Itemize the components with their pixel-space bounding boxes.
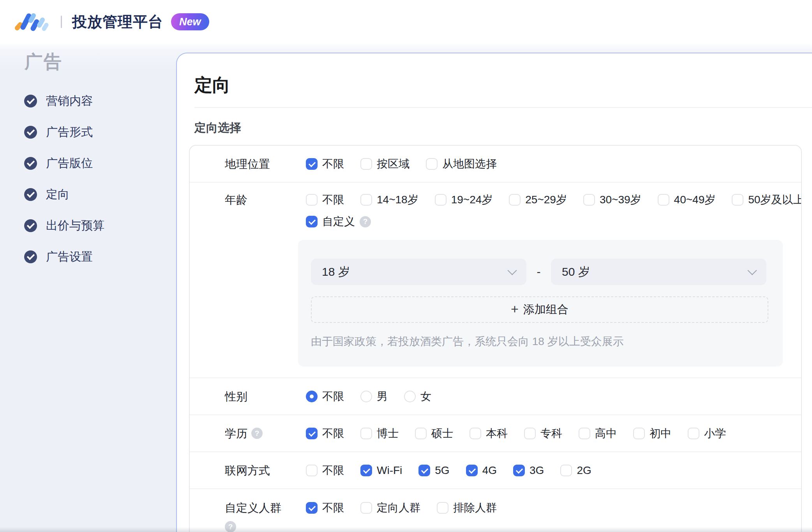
checkbox-option-custom[interactable]: 自定义 bbox=[306, 214, 371, 229]
checkbox-option[interactable]: 初中 bbox=[633, 426, 671, 441]
sidebar: 广告 营销内容 广告形式 广告版位 定向 出价与预算 广告设置 bbox=[0, 44, 176, 532]
add-combination-button[interactable]: 添加组合 bbox=[311, 296, 768, 323]
checkbox[interactable] bbox=[306, 216, 318, 227]
checkbox[interactable] bbox=[306, 502, 318, 514]
checkbox-option[interactable]: 40~49岁 bbox=[658, 192, 716, 207]
row-location-label: 地理位置 bbox=[225, 156, 306, 172]
checkbox-option[interactable]: 不限 bbox=[306, 463, 344, 478]
age-to-select[interactable]: 50 岁 bbox=[551, 259, 766, 285]
row-gender-label: 性别 bbox=[225, 389, 306, 404]
row-location: 地理位置 不限 按区域 从地图选择 bbox=[190, 146, 801, 182]
chevron-down-icon bbox=[507, 266, 517, 275]
checkbox-option[interactable]: 高中 bbox=[579, 426, 617, 441]
age-from-value: 18 岁 bbox=[322, 264, 350, 280]
checkbox[interactable] bbox=[633, 428, 645, 439]
checkbox-option[interactable]: 25~29岁 bbox=[509, 192, 567, 207]
checkbox[interactable] bbox=[360, 194, 372, 206]
radio-button[interactable] bbox=[404, 391, 416, 402]
checkbox[interactable] bbox=[524, 428, 536, 439]
age-options: 不限 14~18岁 19~24岁 25~29岁 30~39岁 40~49岁 50… bbox=[306, 192, 801, 208]
step-complete-check-icon bbox=[24, 250, 37, 263]
checkbox[interactable] bbox=[579, 428, 590, 439]
checkbox[interactable] bbox=[688, 428, 699, 439]
checkbox[interactable] bbox=[360, 502, 372, 514]
sidebar-nav-item[interactable]: 广告版位 bbox=[24, 155, 104, 171]
step-complete-check-icon bbox=[24, 157, 37, 170]
checkbox[interactable] bbox=[466, 465, 478, 476]
page-title: 定向 bbox=[194, 75, 812, 95]
sidebar-nav-item[interactable]: 定向 bbox=[24, 187, 104, 202]
checkbox-option[interactable]: 不限 bbox=[306, 500, 344, 515]
row-age-label: 年龄 bbox=[225, 192, 306, 208]
help-icon[interactable] bbox=[225, 521, 236, 532]
row-network-label: 联网方式 bbox=[225, 463, 306, 478]
checkbox[interactable] bbox=[360, 158, 372, 170]
add-combination-label: 添加组合 bbox=[523, 302, 568, 317]
checkbox[interactable] bbox=[732, 194, 743, 206]
checkbox[interactable] bbox=[560, 465, 572, 476]
step-complete-check-icon bbox=[24, 188, 37, 201]
checkbox[interactable] bbox=[360, 428, 372, 439]
checkbox[interactable] bbox=[415, 428, 427, 439]
checkbox[interactable] bbox=[435, 194, 447, 206]
brand-logo-icon bbox=[14, 12, 50, 31]
checkbox-option[interactable]: 2G bbox=[560, 464, 591, 477]
sidebar-nav-item[interactable]: 出价与预算 bbox=[24, 218, 104, 233]
sidebar-nav-item[interactable]: 广告设置 bbox=[24, 249, 104, 264]
checkbox-option[interactable]: 博士 bbox=[360, 426, 399, 441]
checkbox-option[interactable]: 排除人群 bbox=[437, 500, 497, 515]
radio-option[interactable]: 不限 bbox=[306, 389, 344, 404]
checkbox[interactable] bbox=[306, 194, 318, 206]
help-icon[interactable] bbox=[251, 428, 263, 439]
education-options: 不限 博士 硕士 本科 专科 高中 初中 小学 bbox=[306, 426, 801, 441]
checkbox-option[interactable]: 4G bbox=[466, 464, 497, 477]
checkbox-option[interactable]: 不限 bbox=[306, 192, 344, 207]
checkbox[interactable] bbox=[470, 428, 481, 439]
checkbox-option[interactable]: 小学 bbox=[688, 426, 726, 441]
sidebar-heading: 广告 bbox=[25, 50, 63, 74]
checkbox-option[interactable]: 50岁及以上 bbox=[732, 192, 802, 207]
checkbox-option[interactable]: 从地图选择 bbox=[426, 157, 497, 171]
row-age: 年龄 不限 14~18岁 19~24岁 25~29岁 30~39岁 40~49岁… bbox=[190, 183, 801, 377]
app-title: 投放管理平台 bbox=[72, 12, 163, 32]
checkbox-option[interactable]: 不限 bbox=[306, 426, 344, 441]
checkbox[interactable] bbox=[509, 194, 521, 206]
checkbox-option[interactable]: 14~18岁 bbox=[360, 192, 418, 207]
checkbox[interactable] bbox=[360, 465, 372, 476]
checkbox[interactable] bbox=[306, 465, 318, 476]
checkbox[interactable] bbox=[583, 194, 595, 206]
checkbox[interactable] bbox=[306, 428, 318, 439]
targeting-form: 地理位置 不限 按区域 从地图选择 年龄 不限 14~18岁 19~24岁 bbox=[189, 145, 802, 532]
checkbox-option[interactable]: 定向人群 bbox=[360, 500, 420, 515]
checkbox[interactable] bbox=[418, 465, 430, 476]
sidebar-nav-item[interactable]: 广告形式 bbox=[24, 124, 104, 140]
checkbox-option[interactable]: Wi-Fi bbox=[360, 464, 402, 477]
checkbox-option[interactable]: 19~24岁 bbox=[435, 192, 493, 207]
checkbox[interactable] bbox=[306, 158, 318, 170]
checkbox-option[interactable]: 5G bbox=[418, 464, 449, 477]
checkbox[interactable] bbox=[426, 158, 438, 170]
checkbox[interactable] bbox=[658, 194, 669, 206]
new-badge: New bbox=[171, 13, 209, 30]
radio-button[interactable] bbox=[306, 391, 318, 402]
checkbox-option[interactable]: 30~39岁 bbox=[583, 192, 641, 207]
row-audience: 自定义人群 不限 定向人群 排除人群 bbox=[190, 489, 801, 532]
checkbox-option[interactable]: 专科 bbox=[524, 426, 562, 441]
app-header: 投放管理平台 New bbox=[0, 0, 812, 44]
radio-option[interactable]: 男 bbox=[360, 389, 388, 404]
checkbox[interactable] bbox=[437, 502, 448, 514]
plus-icon bbox=[511, 303, 519, 316]
checkbox-option[interactable]: 本科 bbox=[470, 426, 508, 441]
row-education: 学历 不限 博士 硕士 本科 专科 高中 初中 小学 bbox=[190, 415, 801, 451]
checkbox[interactable] bbox=[513, 465, 525, 476]
age-from-select[interactable]: 18 岁 bbox=[311, 259, 526, 285]
step-complete-check-icon bbox=[24, 95, 37, 107]
radio-button[interactable] bbox=[360, 391, 372, 402]
help-icon[interactable] bbox=[360, 216, 371, 227]
checkbox-option[interactable]: 不限 bbox=[306, 157, 344, 171]
radio-option[interactable]: 女 bbox=[404, 389, 431, 404]
checkbox-option[interactable]: 3G bbox=[513, 464, 544, 477]
checkbox-option[interactable]: 按区域 bbox=[360, 157, 410, 171]
checkbox-option[interactable]: 硕士 bbox=[415, 426, 453, 441]
sidebar-nav-item[interactable]: 营销内容 bbox=[24, 93, 104, 109]
